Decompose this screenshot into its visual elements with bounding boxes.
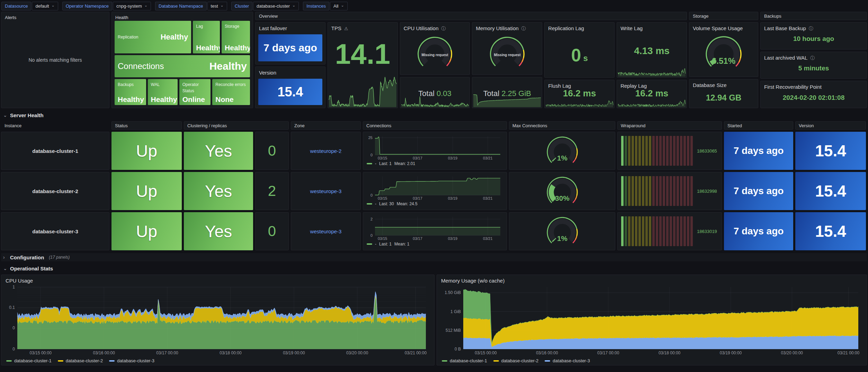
cpu-usage-chart: 10.10003/15 00:0003/16 00:0003/17 00:000… [4,284,431,357]
wraparound-bar [632,136,634,166]
series-dash-icon [109,360,115,362]
legend-item[interactable]: database-cluster-1 [6,358,52,363]
replay-lag-sparkline [617,98,686,107]
wraparound-bar [663,176,665,206]
zone-cell: westeurope-3 [291,212,361,250]
write-lag-value: 4.13 ms [617,36,687,66]
chevron-down-icon: ⌄ [221,3,224,7]
connections-cell: 003/1503/1703/1903/21 - Last: 30 Mean: 2… [363,172,507,210]
wraparound-bar [649,136,651,166]
wraparound-bar [652,136,655,166]
wraparound-cell: 18633019 [617,212,722,250]
legend-item[interactable]: database-cluster-3 [545,358,590,363]
wraparound-bar [638,216,641,246]
last-failover-value: 7 days ago [258,34,322,61]
status-cell: Up [111,132,182,170]
database-size-title: Database Size [689,79,758,89]
wraparound-bar [656,136,658,166]
memory-usage-chart: 1.50 GiB1 GiB512 MiB0 B03/15 00:0003/16 … [440,284,864,357]
backups-group-title: Backups [760,12,867,20]
wraparound-bar [687,136,689,166]
server-health-table: Instance Status Clustering / replicas Zo… [1,121,867,250]
connections-chart: 25003/1503/1703/1903/21 [365,133,503,161]
connections-chart: 2003/1503/1703/1903/21 [365,214,503,242]
first-recoverability-point-panel: First Recoverability Point 2024-02-20 02… [760,81,867,108]
var-datasource-dropdown[interactable]: default⌄ [32,2,58,10]
var-database-namespace-dropdown[interactable]: test⌄ [207,2,227,10]
wraparound-bar [628,176,630,206]
connections-legend[interactable]: - Last: 1 Mean: 1 [365,242,504,246]
memory-utilisation-panel: Memory Utilisationⓘ Missing request [472,22,542,75]
connections-legend[interactable]: - Last: 30 Mean: 24.5 [365,201,504,206]
wraparound-bar [635,136,637,166]
chevron-right-icon: › [3,254,7,260]
version-title: Version [256,67,325,76]
var-database-namespace: Database Namespace test⌄ [155,2,227,10]
wraparound-bar [673,216,675,246]
database-size-panel: Database Size 12.94 GB [689,79,758,108]
connections-cell: 25003/1503/1703/1903/21 - Last: 1 Mean: … [363,132,507,170]
wraparound-bar [690,216,693,246]
legend-item[interactable]: database-cluster-2 [58,358,103,363]
zone-link[interactable]: westeurope-3 [310,188,342,194]
max-connections-cell: 1% [509,132,615,170]
zone-link[interactable]: westeurope-2 [310,148,342,154]
legend-item[interactable]: database-cluster-1 [442,358,487,363]
health-tile-operator-status: Operator StatusOnline [179,79,211,105]
tps-sparkline [328,74,397,107]
wraparound-bar [625,176,627,206]
replication-lag-value: 0 s [545,33,614,77]
max-connections-cell: 1% [509,212,615,250]
legend-item[interactable]: database-cluster-3 [109,358,154,363]
connections-cell: 2003/1503/1703/1903/21 - Last: 1 Mean: 1 [363,212,507,250]
svg-text:30%: 30% [555,194,569,202]
zone-link[interactable]: westeurope-3 [310,228,342,234]
var-datasource: Datasource default⌄ [1,2,58,10]
cpu-usage-panel: CPU Usage 10.10003/15 00:0003/16 00:0003… [1,275,435,365]
svg-text:2: 2 [370,217,373,221]
var-cluster-dropdown[interactable]: database-cluster⌄ [253,2,299,10]
last-archived-wal-panel: Last archived WALⓘ 5 minutes [760,52,867,79]
svg-text:Missing request: Missing request [494,53,521,57]
section-configuration[interactable]: › Configuration (17 panels) [1,253,867,261]
wraparound-bar [645,176,648,206]
configuration-panel-count: (17 panels) [49,255,70,260]
svg-text:0: 0 [370,233,373,237]
section-server-health[interactable]: ⌄ Server Health [1,111,867,119]
svg-text:03/19 00:00: 03/19 00:00 [283,351,305,355]
info-icon[interactable]: ⓘ [521,26,526,31]
cpu-total-sparkline [401,94,469,107]
info-icon[interactable]: ⓘ [441,26,446,31]
chevron-down-icon: ⌄ [144,3,147,7]
svg-text:03/21: 03/21 [483,156,493,160]
wraparound-bar [683,176,686,206]
var-operator-namespace-dropdown[interactable]: cnpg-system⌄ [113,2,151,10]
cpu-usage-title: CPU Usage [4,276,431,284]
section-operational-stats[interactable]: ⌄ Operational Stats [1,264,867,272]
last-failover-title: Last failover [256,23,325,32]
memory-utilisation-title: Memory Utilisationⓘ [472,23,542,33]
instance-cell: database-cluster-2 [1,172,109,210]
wraparound-bar [642,136,644,166]
health-tile-storage: StorageHealthy [222,21,250,53]
svg-text:512 MiB: 512 MiB [446,328,461,333]
var-operator-namespace: Operator Namespace cnpg-system⌄ [62,2,151,10]
warning-icon[interactable]: ⚠ [344,26,348,31]
svg-text:1%: 1% [557,154,567,162]
version-cell: 15.4 [795,172,866,210]
svg-text:0.1: 0.1 [9,305,15,310]
connections-legend[interactable]: - Last: 1 Mean: 2.01 [365,161,504,166]
svg-text:03/15: 03/15 [378,236,387,241]
wraparound-bar [628,136,630,166]
chevron-down-icon: ⌄ [292,3,295,7]
wraparound-bar [690,176,693,206]
svg-text:03/15 00:00: 03/15 00:00 [30,351,52,355]
write-lag-title: Write Lag [617,23,687,32]
tps-panel: TPS⚠ 14.1 [328,22,398,108]
legend-item[interactable]: database-cluster-2 [493,358,539,363]
var-instances-dropdown[interactable]: All⌄ [330,2,348,10]
health-tile-reconcile-errors: Reconcile errorsNone [212,79,250,105]
wraparound-bar [663,216,665,246]
svg-text:03/15: 03/15 [378,196,387,200]
replay-lag-panel: Replay Lag 16.2 ms [617,80,687,108]
